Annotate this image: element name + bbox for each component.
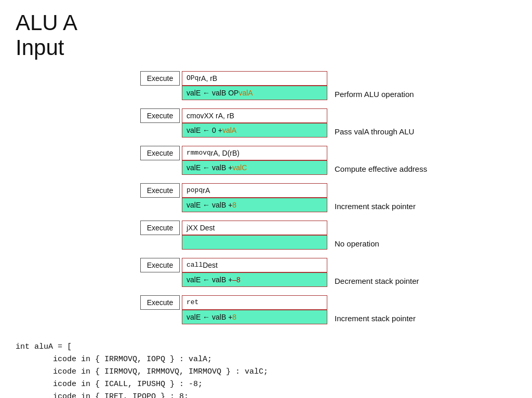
execute-label: Execute (140, 71, 180, 86)
execute-content-box: valE ← 0 + valA (182, 123, 327, 138)
instr-name-box: OPq rA, rB (182, 71, 327, 86)
execute-content-box (182, 235, 327, 250)
instr-name-box: call Dest (182, 258, 327, 272)
diagram-area: ExecuteOPq rA, rBvalE ← valB OP valAPerf… (140, 71, 516, 327)
execute-content-box: valE ← valB + valC (182, 160, 327, 175)
execute-label: Execute (140, 108, 180, 123)
instr-name-box: cmovXX rA, rB (182, 108, 327, 123)
instruction-description: Decrement stack pointer (327, 258, 419, 287)
instruction-description: Compute effective address (327, 146, 427, 175)
instr-name-box: jXX Dest (182, 221, 327, 235)
instr-name-box: rmmovq rA, D(rB) (182, 146, 327, 160)
page-title: ALU A Input (16, 10, 516, 61)
instr-name-box: popq rA (182, 183, 327, 198)
instruction-description: Increment stack pointer (327, 183, 416, 212)
instruction-block: Executermmovq rA, D(rB)valE ← valB + val… (140, 146, 516, 175)
execute-label: Execute (140, 258, 180, 272)
execute-label: Execute (140, 221, 180, 235)
execute-label: Execute (140, 295, 180, 310)
execute-content-box: valE ← valB + –8 (182, 272, 327, 287)
instruction-block: Executepopq rAvalE ← valB + 8Increment s… (140, 183, 516, 212)
instruction-block: ExecuteretvalE ← valB + 8Increment stack… (140, 295, 516, 324)
instruction-description: Pass valA through ALU (327, 108, 414, 138)
execute-label: Execute (140, 146, 180, 160)
instruction-description: Perform ALU operation (327, 71, 414, 100)
execute-label: Execute (140, 183, 180, 198)
execute-content-box: valE ← valB + 8 (182, 310, 327, 324)
instruction-description: No operation (327, 221, 379, 250)
instruction-block: ExecutejXX DestNo operation (140, 221, 516, 250)
instruction-block: ExecuteOPq rA, rBvalE ← valB OP valAPerf… (140, 71, 516, 100)
instruction-block: Executecall DestvalE ← valB + –8Decremen… (140, 258, 516, 287)
execute-content-box: valE ← valB + 8 (182, 198, 327, 212)
instruction-block: ExecutecmovXX rA, rBvalE ← 0 + valAPass … (140, 108, 516, 138)
instruction-description: Increment stack pointer (327, 295, 416, 324)
instr-name-box: ret (182, 295, 327, 310)
code-block: int aluA = [ icode in { IRRMOVQ, IOPQ } … (16, 341, 516, 398)
execute-content-box: valE ← valB OP valA (182, 86, 327, 100)
